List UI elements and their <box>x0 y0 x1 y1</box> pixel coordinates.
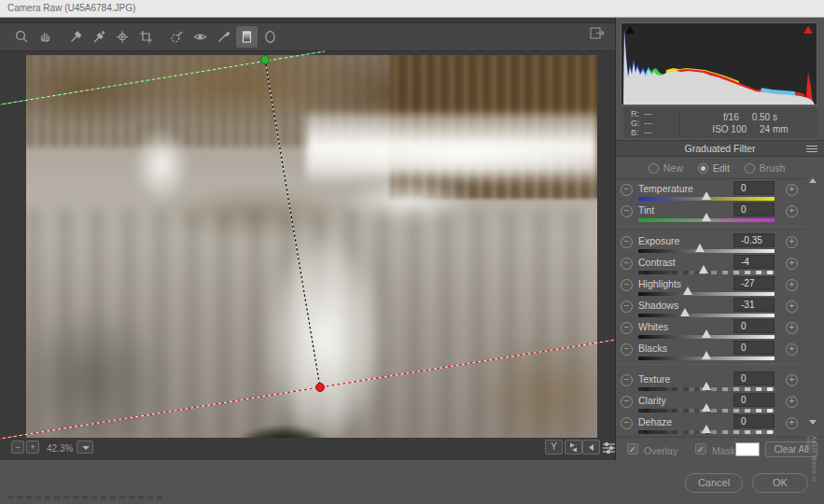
zoom-level-dropdown[interactable] <box>77 441 93 454</box>
increase-icon[interactable] <box>786 279 798 291</box>
slider-value-field[interactable]: 0 <box>733 414 775 428</box>
decrease-icon[interactable] <box>621 374 633 386</box>
slider-highlights: Highlights -27 <box>616 274 806 296</box>
radial-filter-tool-icon[interactable] <box>259 26 281 48</box>
radio-icon <box>649 163 659 174</box>
zoom-out-button[interactable]: − <box>11 441 24 454</box>
scroll-up-icon[interactable] <box>809 178 817 183</box>
hand-tool-icon[interactable] <box>35 26 56 48</box>
slider-value-field[interactable]: 0 <box>733 393 775 407</box>
copy-settings-button[interactable] <box>582 440 600 455</box>
slider-value-field[interactable]: -27 <box>733 276 775 290</box>
adjustment-brush-tool-icon[interactable] <box>213 26 234 48</box>
decrease-icon[interactable] <box>621 236 633 248</box>
crop-tool-icon[interactable] <box>135 26 157 48</box>
overlay-label: Overlay <box>644 445 677 456</box>
slider-thumb[interactable] <box>702 425 711 433</box>
canvas-pane: − + 42.3% Y <box>0 18 616 460</box>
mode-radio-brush[interactable]: Brush <box>745 162 785 174</box>
increase-icon[interactable] <box>786 236 798 248</box>
slider-value-field[interactable]: -4 <box>733 255 775 269</box>
mode-selector: New Edit Brush <box>616 161 817 175</box>
toggle-panel-icon[interactable] <box>589 26 606 40</box>
scroll-down-icon[interactable] <box>809 420 817 425</box>
decrease-icon[interactable] <box>621 301 633 313</box>
slider-thumb[interactable] <box>702 382 711 390</box>
white-balance-tool-icon[interactable] <box>65 26 87 48</box>
slider-value-field[interactable]: -0.35 <box>733 233 775 247</box>
slider-thumb[interactable] <box>702 213 711 221</box>
slider-value-field[interactable]: -31 <box>733 298 775 312</box>
decrease-icon[interactable] <box>621 279 633 291</box>
slider-thumb[interactable] <box>702 191 711 200</box>
overlay-checkbox[interactable] <box>627 443 638 455</box>
histogram[interactable] <box>621 22 817 105</box>
decrease-icon[interactable] <box>621 258 633 270</box>
decrease-icon[interactable] <box>621 343 633 356</box>
slider-thumb[interactable] <box>702 329 711 338</box>
aperture-value: f/16 <box>723 111 739 123</box>
preview-preferences-icon[interactable] <box>600 440 616 455</box>
increase-icon[interactable] <box>786 417 798 429</box>
targeted-adjustment-tool-icon[interactable] <box>112 26 133 48</box>
slider-label: Tint <box>638 204 733 216</box>
camera-raw-dialog: Camera Raw (U45A6784.JPG) <box>0 0 824 504</box>
cancel-button[interactable]: Cancel <box>685 473 743 493</box>
slider-thumb[interactable] <box>695 244 705 252</box>
flyout-menu-icon[interactable] <box>806 146 817 153</box>
decrease-icon[interactable] <box>621 417 633 429</box>
mode-radio-new[interactable]: New <box>649 162 683 174</box>
before-after-toggle-button[interactable]: Y <box>545 440 563 455</box>
decrease-icon[interactable] <box>621 184 633 196</box>
decrease-icon[interactable] <box>621 396 633 408</box>
gradient-end-handle[interactable] <box>316 384 325 392</box>
mask-checkbox[interactable] <box>695 443 706 455</box>
slider-value-field[interactable]: 0 <box>733 203 775 217</box>
mask-label: Mask <box>712 445 735 456</box>
highlight-clipping-icon[interactable] <box>803 26 813 34</box>
workflow-info-clipped[interactable] <box>7 496 166 499</box>
adjustments-panel: R:--- G:--- B:--- f/16 0.50 s ISO 100 24… <box>616 18 824 460</box>
zoom-tool-icon[interactable] <box>11 26 33 48</box>
increase-icon[interactable] <box>786 258 798 270</box>
red-eye-tool-icon[interactable] <box>189 26 211 48</box>
radio-icon <box>698 163 708 174</box>
mode-radio-edit[interactable]: Edit <box>698 162 730 174</box>
slider-value-field[interactable]: 0 <box>733 181 775 195</box>
swap-before-after-button[interactable] <box>565 440 582 455</box>
slider-thumb[interactable] <box>702 351 711 359</box>
increase-icon[interactable] <box>786 184 798 196</box>
slider-label: Blacks <box>638 343 733 354</box>
increase-icon[interactable] <box>786 343 798 356</box>
slider-thumb[interactable] <box>683 287 692 295</box>
slider-thumb[interactable] <box>699 265 708 273</box>
decrease-icon[interactable] <box>621 205 633 217</box>
zoom-in-button[interactable]: + <box>26 441 39 454</box>
ok-button[interactable]: OK <box>752 473 808 493</box>
slider-contrast: Contrast -4 <box>616 253 806 274</box>
gradient-start-handle[interactable] <box>261 56 270 64</box>
color-sampler-tool-icon[interactable] <box>89 26 110 48</box>
slider-value-field[interactable]: 0 <box>733 341 775 355</box>
increase-icon[interactable] <box>786 301 798 313</box>
increase-icon[interactable] <box>786 374 798 386</box>
mode-label: Edit <box>713 162 730 174</box>
decrease-icon[interactable] <box>621 322 633 334</box>
slider-track[interactable] <box>638 357 775 360</box>
slider-track[interactable] <box>638 218 775 222</box>
image-canvas[interactable] <box>26 55 597 438</box>
slider-thumb[interactable] <box>702 403 711 412</box>
slider-value-field[interactable]: 0 <box>733 319 775 333</box>
increase-icon[interactable] <box>786 205 798 217</box>
slider-track[interactable] <box>638 430 775 434</box>
photo-bright-reflection <box>250 214 399 438</box>
increase-icon[interactable] <box>786 396 798 408</box>
slider-value-field[interactable]: 0 <box>733 371 775 385</box>
graduated-filter-tool-icon[interactable] <box>236 26 258 48</box>
shadow-clipping-icon[interactable] <box>625 26 635 34</box>
increase-icon[interactable] <box>786 322 798 334</box>
mask-color-swatch[interactable] <box>735 442 760 456</box>
slider-thumb[interactable] <box>680 308 690 316</box>
spot-removal-tool-icon[interactable] <box>166 26 188 48</box>
dialog-footer: Cancel OK <box>0 460 824 504</box>
